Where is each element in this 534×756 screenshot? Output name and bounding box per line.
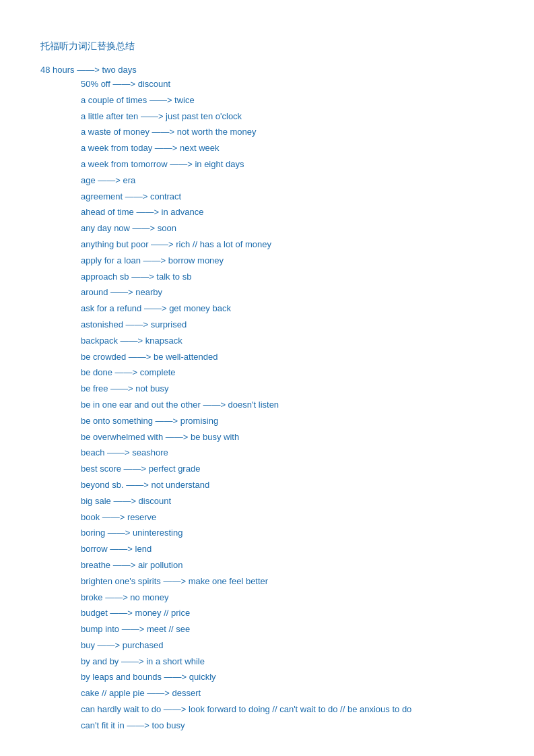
list-item: breathe ——> air pollution [40,559,494,573]
list-item: beach ——> seashore [40,446,494,460]
entries-list: 50% off ——> discounta couple of times ——… [40,77,494,733]
list-item: 50% off ——> discount [40,77,494,92]
list-item: ask for a refund ——> get money back [40,302,494,316]
list-item: be in one ear and out the other ——> does… [40,398,494,412]
list-item: budget ——> money // price [40,606,494,621]
list-item: by leaps and bounds ——> quickly [40,670,494,685]
list-item: brighten one's spirits ——> make one feel… [40,575,494,589]
list-item: around ——> nearby [40,286,494,300]
list-item: ahead of time ——> in advance [40,206,494,220]
page-title: 托福听力词汇替换总结 [40,40,494,53]
list-item: a waste of money ——> not worth the money [40,125,494,139]
list-item: bump into ——> meet // see [40,623,494,637]
list-item: be onto something ——> promising [40,414,494,429]
list-item: book ——> reserve [40,511,494,525]
list-item: anything but poor ——> rich // has a lot … [40,238,494,252]
list-item: any day now ——> soon [40,222,494,236]
list-item: cake // apple pie ——> dessert [40,687,494,701]
list-item: be done ——> complete [40,366,494,380]
main-entry: 48 hours ——> two days [40,65,494,75]
list-item: a little after ten ——> just past ten o'c… [40,110,494,124]
list-item: backpack ——> knapsack [40,334,494,348]
list-item: be free ——> not busy [40,382,494,396]
list-item: beyond sb. ——> not understand [40,478,494,493]
list-item: be overwhelmed with ——> be busy with [40,431,494,445]
list-item: approach sb ——> talk to sb [40,270,494,284]
list-item: boring ——> uninteresting [40,526,494,540]
list-item: agreement ——> contract [40,190,494,204]
list-item: big sale ——> discount [40,495,494,509]
list-item: broke ——> no money [40,591,494,605]
list-item: borrow ——> lend [40,542,494,557]
list-item: age ——> era [40,174,494,188]
list-item: can hardly wait to do ——> look forward t… [40,703,494,717]
list-item: be crowded ——> be well-attended [40,350,494,365]
list-item: by and by ——> in a short while [40,655,494,669]
list-item: a couple of times ——> twice [40,94,494,108]
list-item: best score ——> perfect grade [40,462,494,476]
list-item: astonished ——> surprised [40,318,494,332]
list-item: can't fit it in ——> too busy [40,719,494,733]
list-item: buy ——> purchased [40,639,494,653]
list-item: apply for a loan ——> borrow money [40,254,494,268]
list-item: a week from today ——> next week [40,141,494,156]
list-item: a week from tomorrow ——> in eight days [40,158,494,172]
